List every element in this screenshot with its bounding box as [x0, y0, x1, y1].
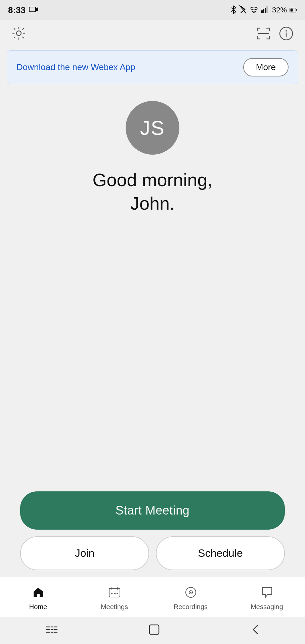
svg-rect-35	[149, 625, 159, 634]
svg-rect-20	[111, 593, 113, 594]
bottom-nav: Home Meetings Recordings	[0, 577, 305, 617]
svg-rect-10	[291, 8, 293, 11]
signal-icon	[261, 6, 269, 15]
status-bar-right: 32%	[230, 5, 297, 15]
messaging-icon	[261, 586, 273, 601]
status-time: 8:33	[8, 5, 26, 15]
svg-marker-1	[36, 7, 38, 11]
greeting-text: Good morning, John.	[92, 168, 212, 215]
battery-text: 32%	[272, 6, 287, 14]
svg-rect-22	[117, 593, 118, 594]
scan-button[interactable]	[255, 25, 271, 42]
nav-label-home: Home	[29, 603, 47, 611]
nav-item-meetings[interactable]: Meetings	[76, 586, 152, 611]
start-meeting-button[interactable]: Start Meeting	[20, 491, 285, 530]
svg-rect-4	[261, 10, 263, 13]
avatar: JS	[126, 101, 179, 155]
schedule-button[interactable]: Schedule	[156, 536, 285, 570]
nav-label-meetings: Meetings	[101, 603, 128, 611]
home-nav-button[interactable]	[139, 621, 170, 641]
home-icon	[32, 586, 44, 601]
nav-label-recordings: Recordings	[174, 603, 208, 611]
settings-button[interactable]	[11, 25, 27, 42]
svg-rect-21	[114, 593, 116, 594]
info-button[interactable]	[278, 25, 294, 42]
join-button[interactable]: Join	[20, 536, 149, 570]
battery-icon	[290, 6, 297, 14]
action-buttons: Start Meeting Join Schedule	[13, 491, 292, 570]
greeting-line2: John.	[130, 193, 175, 213]
mute-icon	[239, 5, 247, 15]
svg-rect-0	[29, 7, 36, 12]
svg-rect-9	[296, 9, 297, 11]
nav-item-home[interactable]: Home	[0, 586, 76, 611]
banner: Download the new Webex App More	[7, 50, 298, 84]
main-content: JS Good morning, John. Start Meeting Joi…	[0, 88, 305, 590]
back-nav-button[interactable]	[241, 621, 269, 641]
menu-nav-button[interactable]	[36, 622, 68, 640]
banner-text: Download the new Webex App	[16, 62, 135, 72]
top-nav-right	[255, 25, 294, 42]
banner-more-button[interactable]: More	[243, 58, 289, 76]
system-nav	[0, 617, 305, 644]
camera-icon	[29, 6, 38, 15]
nav-label-messaging: Messaging	[251, 603, 283, 611]
nav-item-recordings[interactable]: Recordings	[152, 586, 229, 611]
meetings-icon	[108, 586, 121, 601]
status-bar: 8:33	[0, 0, 305, 20]
recordings-icon	[185, 586, 197, 601]
svg-point-25	[190, 592, 191, 593]
svg-point-3	[253, 12, 255, 13]
svg-point-11	[16, 31, 21, 36]
avatar-initials: JS	[140, 116, 165, 140]
bluetooth-icon	[230, 5, 236, 15]
status-bar-left: 8:33	[8, 5, 38, 15]
svg-point-15	[286, 30, 287, 32]
greeting-line1: Good morning,	[92, 170, 212, 190]
top-nav	[0, 20, 305, 47]
svg-rect-5	[263, 9, 264, 13]
svg-rect-7	[266, 6, 268, 13]
secondary-buttons: Join Schedule	[20, 536, 285, 570]
nav-item-messaging[interactable]: Messaging	[229, 586, 305, 611]
svg-rect-6	[265, 8, 266, 13]
wifi-icon	[249, 6, 259, 15]
